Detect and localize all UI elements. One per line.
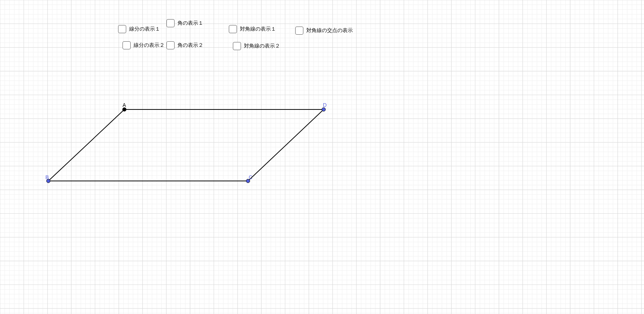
checkbox-label: 角の表示１: [178, 20, 203, 27]
label-b: B: [45, 174, 49, 180]
point-a[interactable]: [123, 108, 126, 111]
geometry-canvas[interactable]: A B C D 線分の表示１ 角の表示１ 対角線の表示１ 対角線の交点の表示 線…: [0, 0, 644, 314]
checkbox-label: 対角線の表示２: [244, 43, 280, 49]
checkbox-label: 線分の表示２: [134, 42, 165, 49]
checkbox-icon: [229, 25, 237, 33]
grid-lines: [0, 0, 644, 314]
checkbox-icon: [166, 41, 175, 49]
checkbox-icon: [118, 25, 126, 33]
checkbox-label: 対角線の交点の表示: [306, 27, 353, 34]
label-c: C: [249, 174, 252, 180]
checkbox-icon: [295, 27, 303, 35]
checkbox-label: 対角線の表示１: [240, 26, 276, 32]
checkbox-icon: [123, 41, 131, 49]
segment-cd[interactable]: [248, 109, 324, 181]
checkbox-intersection[interactable]: 対角線の交点の表示: [295, 27, 353, 35]
grid-svg: [0, 0, 644, 314]
checkbox-segment-2[interactable]: 線分の表示２: [123, 41, 165, 49]
checkbox-diagonal-1[interactable]: 対角線の表示１: [229, 25, 276, 33]
checkbox-label: 角の表示２: [178, 42, 203, 49]
checkbox-icon: [166, 19, 175, 27]
segment-ab[interactable]: [48, 109, 124, 181]
geometry-layer: [47, 108, 326, 183]
checkbox-icon: [233, 42, 241, 50]
checkbox-angle-2[interactable]: 角の表示２: [166, 41, 203, 49]
label-d: D: [323, 102, 327, 108]
point-d[interactable]: [322, 108, 326, 111]
checkbox-angle-1[interactable]: 角の表示１: [166, 19, 203, 27]
checkbox-segment-1[interactable]: 線分の表示１: [118, 25, 160, 33]
checkbox-diagonal-2[interactable]: 対角線の表示２: [233, 42, 280, 50]
checkbox-label: 線分の表示１: [129, 26, 160, 32]
label-a: A: [123, 102, 126, 108]
